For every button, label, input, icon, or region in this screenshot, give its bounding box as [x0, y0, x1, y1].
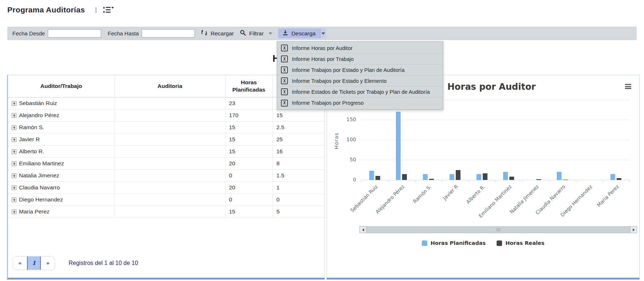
table-row[interactable]: Diego Hernandez00 — [8, 193, 324, 205]
fecha-desde-label: Fecha Desde — [12, 30, 45, 36]
auditor-name: Ramón S. — [19, 124, 44, 130]
cell-horas-reales: 2.5 — [273, 121, 324, 133]
arrow-right-icon — [633, 228, 635, 231]
cell-horas-planificadas: 15 — [225, 121, 273, 133]
scrollbar-track[interactable] — [366, 226, 630, 233]
auditor-name: Natalia Jimenez — [19, 172, 59, 178]
page-next-button[interactable]: » — [41, 257, 55, 270]
download-menu-item[interactable]: XInforme Trabajos por Estado y Plan de A… — [277, 65, 443, 76]
download-menu-item[interactable]: XInforme Trabajos por Estado y Elemento — [277, 76, 443, 86]
bar-horas-reales[interactable] — [402, 174, 407, 180]
col-auditor-trabajo: Auditor/Trabajo — [8, 75, 115, 97]
bar-horas-planificadas[interactable] — [503, 172, 508, 180]
cell-horas-reales: 16 — [273, 145, 324, 157]
gridline — [361, 140, 629, 140]
cell-auditoria — [115, 109, 225, 121]
expand-plus-icon[interactable] — [12, 137, 16, 142]
download-menu-item[interactable]: XInforme Estados de Tickets por Trabajo … — [277, 86, 443, 97]
legend-swatch — [497, 240, 502, 246]
x-axis-tick — [629, 180, 630, 182]
recargar-label: Recargar — [211, 30, 234, 37]
download-menu-item[interactable]: XInforme Horas por Trabajo — [277, 54, 443, 65]
table-row[interactable]: Maria Perez155 — [8, 205, 324, 218]
bar-horas-planificadas[interactable] — [369, 171, 374, 180]
bar-horas-reales[interactable] — [429, 179, 434, 180]
table-row[interactable]: Javier R1525 — [8, 133, 324, 145]
download-menu-item-label: Informe Horas por Trabajo — [292, 56, 354, 62]
fecha-desde-input[interactable] — [48, 29, 101, 38]
cell-auditor: Alberto R. — [8, 145, 115, 157]
bar-horas-reales[interactable] — [536, 179, 541, 180]
legend-swatch — [422, 240, 427, 246]
descarga-button[interactable]: Descarga — [278, 28, 320, 38]
scroll-left-button[interactable] — [359, 226, 366, 233]
chart-scrollbar[interactable] — [359, 226, 637, 233]
fecha-hasta-input[interactable] — [142, 29, 195, 38]
table-row[interactable]: Alberto R.1516 — [8, 145, 324, 157]
legend-item[interactable]: Horas Reales — [497, 240, 544, 246]
expand-plus-icon[interactable] — [12, 113, 16, 118]
fecha-hasta-label: Fecha Hasta — [108, 30, 139, 36]
expand-plus-icon[interactable] — [12, 209, 16, 214]
expand-plus-icon[interactable] — [12, 185, 16, 190]
bar-horas-planificadas[interactable] — [557, 172, 562, 180]
x-axis-tick — [388, 180, 389, 182]
col-horas-planificadas: Horas Planificadas — [225, 75, 273, 97]
arrow-left-icon — [362, 228, 364, 231]
download-menu-item-label: Informe Trabajos por Progreso — [292, 100, 364, 106]
cell-auditoria — [115, 169, 225, 181]
gridline — [361, 160, 629, 160]
expand-plus-icon[interactable] — [12, 197, 16, 202]
bar-horas-planificadas[interactable] — [450, 174, 454, 180]
filtrar-button[interactable]: Filtrar — [240, 30, 272, 38]
cell-horas-reales: 1 — [273, 181, 324, 193]
table-row[interactable]: Claudia Navarro201 — [8, 181, 324, 193]
bar-horas-reales[interactable] — [563, 180, 568, 180]
cell-auditor: Maria Perez — [8, 205, 115, 218]
expand-plus-icon[interactable] — [12, 101, 16, 106]
table-row[interactable]: Ramón S.152.5 — [8, 121, 324, 133]
download-menu-item[interactable]: XInforme Horas por Auditor — [277, 43, 443, 54]
y-tick-label: 0 — [336, 177, 356, 182]
descarga-button-group: Descarga — [278, 28, 326, 38]
expand-plus-icon[interactable] — [12, 161, 16, 166]
expand-plus-icon[interactable] — [12, 173, 16, 178]
cell-horas-reales: 8 — [273, 157, 324, 169]
cell-auditor: Natalia Jimenez — [8, 169, 115, 181]
auditor-name: Maria Perez — [19, 208, 50, 215]
page-prev-button[interactable]: « — [13, 257, 27, 270]
cell-horas-reales: 0 — [273, 193, 324, 205]
bar-horas-reales[interactable] — [483, 173, 487, 180]
bar-horas-planificadas[interactable] — [396, 112, 401, 180]
expand-plus-icon[interactable] — [12, 125, 16, 130]
outline-list-icon[interactable] — [102, 5, 114, 14]
search-icon — [240, 30, 246, 38]
descarga-caret-button[interactable] — [320, 28, 326, 38]
y-tick-label: 150 — [336, 116, 356, 122]
cell-horas-planificadas: 15 — [225, 133, 273, 145]
page-current-button[interactable]: 1 — [27, 257, 41, 270]
legend-item[interactable]: Horas Planificadas — [422, 240, 486, 246]
cell-horas-planificadas: 20 — [225, 181, 273, 193]
auditor-name: Emiliano Martinez — [19, 160, 64, 166]
bar-horas-reales[interactable] — [456, 170, 460, 180]
bar-horas-planificadas[interactable] — [610, 174, 615, 180]
y-tick-label: 50 — [336, 157, 356, 162]
bar-horas-planificadas[interactable] — [423, 174, 428, 180]
table-row[interactable]: Alejandro Pérez17015 — [8, 109, 324, 121]
bar-horas-reales[interactable] — [375, 176, 380, 180]
table-row[interactable]: Emiliano Martinez208 — [8, 157, 324, 169]
bar-horas-planificadas[interactable] — [477, 174, 481, 180]
expand-plus-icon[interactable] — [12, 149, 16, 154]
cell-auditor: Emiliano Martinez — [8, 157, 115, 169]
cell-auditor: Claudia Navarro — [8, 181, 115, 193]
refresh-icon — [201, 29, 208, 38]
bar-horas-reales[interactable] — [509, 177, 514, 180]
cell-auditoria — [115, 97, 225, 109]
bar-horas-reales[interactable] — [617, 178, 621, 180]
recargar-button[interactable]: Recargar — [201, 29, 234, 38]
x-axis-tick — [361, 180, 362, 182]
download-menu-item[interactable]: XInforme Trabajos por Progreso — [277, 97, 443, 108]
scroll-right-button[interactable] — [630, 226, 637, 233]
table-row[interactable]: Natalia Jimenez01.5 — [8, 169, 324, 181]
